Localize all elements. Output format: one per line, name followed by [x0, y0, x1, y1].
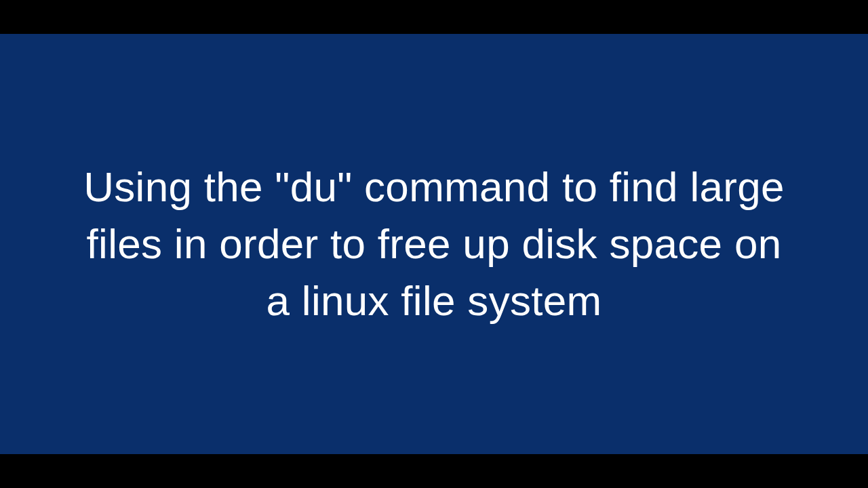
title-slide: Using the "du" command to find large fil…: [0, 34, 868, 454]
slide-title: Using the "du" command to find large fil…: [78, 159, 790, 329]
